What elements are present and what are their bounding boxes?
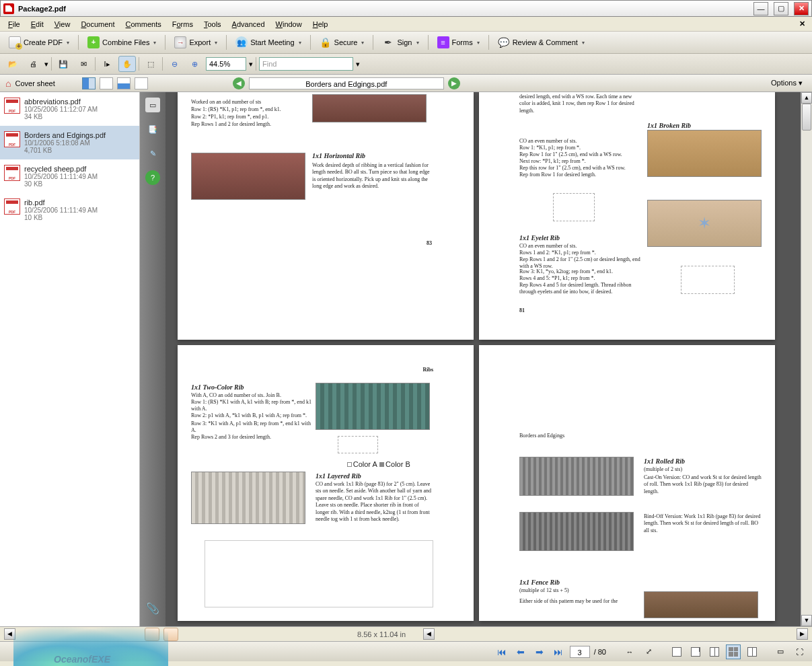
close-doc-button[interactable]: ✕ xyxy=(795,20,809,28)
continuous-button[interactable] xyxy=(688,644,703,659)
file-item[interactable]: abbreviations.pdf 10/25/2006 11:12:07 AM… xyxy=(0,92,139,126)
zoom-in-button[interactable]: ⊕ xyxy=(186,56,203,72)
spread-button[interactable] xyxy=(745,644,760,659)
next-page-button[interactable]: ➡ xyxy=(532,644,547,659)
fit-width-button[interactable]: ↔ xyxy=(622,644,637,659)
document-view[interactable]: Worked on an odd number of sts Row 1: (R… xyxy=(165,92,801,626)
hand-tool[interactable]: ✋ xyxy=(118,56,136,72)
find-drop[interactable]: ▾ xyxy=(356,60,360,69)
menu-help[interactable]: Help xyxy=(307,19,334,30)
taskbar-item[interactable] xyxy=(145,628,159,641)
review-button[interactable]: Review & Comment▾ xyxy=(493,34,589,51)
export-button[interactable]: Export▾ xyxy=(170,34,222,51)
next-doc-button[interactable]: ▶ xyxy=(448,77,460,89)
knit-swatch xyxy=(312,94,427,122)
pen-icon xyxy=(382,36,394,48)
file-item[interactable]: rib.pdf 10/25/2006 11:11:49 AM 10 KB xyxy=(0,193,139,227)
two-up-continuous-button[interactable] xyxy=(726,644,741,659)
doc-name-field[interactable]: Borders and Edgings.pdf xyxy=(249,77,444,89)
zoom-drop[interactable]: ▾ xyxy=(249,60,253,69)
bookmarks-panel-button[interactable]: 📑 xyxy=(145,122,160,137)
last-page-button[interactable]: ⏭ xyxy=(551,644,566,659)
close-button[interactable]: ✕ xyxy=(794,2,809,15)
attachments-button[interactable]: 📎 xyxy=(145,601,160,616)
chart-diagram xyxy=(681,266,735,294)
forms-button[interactable]: Forms▾ xyxy=(433,34,484,51)
print-button[interactable]: 🖨 xyxy=(24,56,42,72)
menu-window[interactable]: Window xyxy=(270,19,307,30)
file-item[interactable]: recycled sheep.pdf 10/25/2006 11:11:49 A… xyxy=(0,159,139,193)
email-button[interactable]: ✉ xyxy=(75,56,92,72)
view-split-left[interactable] xyxy=(82,77,96,89)
combine-icon xyxy=(87,36,100,48)
vertical-scrollbar[interactable]: ▲ ▼ xyxy=(801,92,812,626)
combine-files-button[interactable]: Combine Files▾ xyxy=(83,34,161,51)
menu-comments[interactable]: Comments xyxy=(120,19,167,30)
options-button[interactable]: Options ▾ xyxy=(767,77,807,89)
plus-icon: ⊕ xyxy=(192,60,198,69)
knit-swatch xyxy=(519,457,634,496)
fullscreen-icon: ⛶ xyxy=(796,648,803,656)
select-tool[interactable]: I▸ xyxy=(98,56,116,72)
sign-button[interactable]: Sign▾ xyxy=(377,34,423,51)
view-full[interactable] xyxy=(100,77,113,89)
single-page-button[interactable] xyxy=(669,644,684,659)
fullscreen-button[interactable]: ⛶ xyxy=(792,644,807,659)
view-single[interactable] xyxy=(135,77,148,89)
save-icon: 💾 xyxy=(59,60,68,69)
save-button[interactable]: 💾 xyxy=(54,56,72,72)
two-up-button[interactable] xyxy=(707,644,722,659)
scroll-track[interactable] xyxy=(801,104,812,615)
minimize-button[interactable]: — xyxy=(753,2,768,15)
fit-page-button[interactable]: ⤢ xyxy=(641,644,656,659)
hscroll-left-doc[interactable]: ◀ xyxy=(423,628,435,640)
secure-button[interactable]: Secure▾ xyxy=(315,34,369,51)
prev-doc-button[interactable]: ◀ xyxy=(233,77,245,89)
main-area: abbreviations.pdf 10/25/2006 11:12:07 AM… xyxy=(0,92,812,626)
hscroll-right-doc[interactable]: ▶ xyxy=(797,628,808,640)
pdf-icon xyxy=(4,165,20,181)
chart-diagram xyxy=(553,193,595,221)
marquee-zoom[interactable]: ⬚ xyxy=(142,56,159,72)
menu-advanced[interactable]: Advanced xyxy=(227,19,270,30)
view-split-bottom[interactable] xyxy=(117,77,131,89)
menu-tools[interactable]: Tools xyxy=(198,19,227,30)
signatures-panel-button[interactable]: ✎ xyxy=(145,146,160,161)
hscroll-left[interactable]: ◀ xyxy=(4,628,15,640)
page-number-field[interactable]: 3 xyxy=(570,646,590,658)
menu-file[interactable]: File xyxy=(3,19,26,30)
taskbar-item[interactable] xyxy=(163,628,178,641)
maximize-button[interactable]: ▢ xyxy=(774,2,788,15)
scroll-down-button[interactable]: ▼ xyxy=(801,615,812,626)
email-icon: ✉ xyxy=(81,60,87,69)
prev-page-button[interactable]: ⬅ xyxy=(513,644,528,659)
titlebar: Package2.pdf — ▢ ✕ xyxy=(0,0,812,17)
menu-view[interactable]: View xyxy=(49,19,76,30)
create-pdf-button[interactable]: Create PDF▾ xyxy=(4,34,74,51)
menu-document[interactable]: Document xyxy=(75,19,120,30)
cover-sheet-link[interactable]: Cover sheet xyxy=(15,79,54,87)
scroll-thumb[interactable] xyxy=(802,104,811,131)
lock-icon xyxy=(320,36,332,48)
zoom-out-button[interactable]: ⊖ xyxy=(165,56,183,72)
menu-edit[interactable]: Edit xyxy=(26,19,49,30)
open-button[interactable]: 📂 xyxy=(4,56,22,72)
home-icon[interactable]: ⌂ xyxy=(5,78,11,89)
app-icon xyxy=(3,3,14,14)
find-field[interactable]: Find xyxy=(259,57,353,71)
start-meeting-button[interactable]: Start Meeting▾ xyxy=(231,34,305,51)
fit-width-icon: ↔ xyxy=(626,648,634,656)
knit-swatch xyxy=(191,153,305,200)
file-item[interactable]: Borders and Edgings.pdf 10/1/2006 5:18:0… xyxy=(0,126,139,159)
knit-swatch xyxy=(519,512,634,551)
meeting-icon xyxy=(235,36,248,48)
reading-mode-button[interactable]: ▭ xyxy=(773,644,788,659)
scroll-up-button[interactable]: ▲ xyxy=(801,92,812,104)
pages-panel-button[interactable]: ▭ xyxy=(145,98,160,112)
menu-forms[interactable]: Forms xyxy=(167,19,198,30)
help-button[interactable]: ? xyxy=(145,170,160,185)
first-page-button[interactable]: ⏮ xyxy=(494,644,509,659)
zoom-field[interactable]: 44.5% xyxy=(206,57,246,71)
page-total: / 80 xyxy=(594,648,606,656)
print-drop[interactable]: ▾ xyxy=(44,60,48,69)
